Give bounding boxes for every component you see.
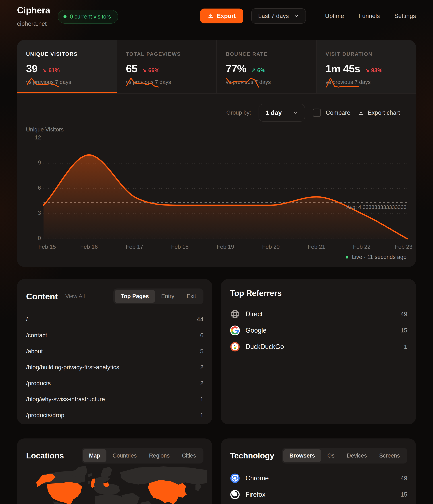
stat-value: 39 bbox=[26, 63, 37, 75]
header-nav: Uptime Funnels Settings bbox=[325, 13, 416, 19]
header-actions: Export Last 7 days Uptime Funnels Settin… bbox=[200, 8, 416, 24]
page-row[interactable]: /blog/why-swiss-infrastructure1 bbox=[26, 391, 203, 407]
export-label: Export bbox=[217, 13, 236, 19]
stat-label: UNIQUE VISITORS bbox=[26, 51, 109, 57]
current-visitors-badge[interactable]: 0 current visitors bbox=[58, 10, 118, 24]
overview-panel: UNIQUE VISITORS 39 ↘ 61% vs previous 7 d… bbox=[17, 40, 416, 267]
live-dot-icon bbox=[346, 256, 348, 259]
technology-title: Technology bbox=[230, 451, 274, 460]
content-title: Content bbox=[26, 291, 58, 301]
chrome-icon bbox=[230, 473, 240, 483]
header: Ciphera ciphera.net 0 current visitors E… bbox=[17, 5, 416, 32]
locations-panel: Locations Map Countries Regions Cities bbox=[17, 439, 212, 504]
tab-top-pages[interactable]: Top Pages bbox=[115, 290, 155, 303]
live-status: Live · 11 seconds ago bbox=[346, 254, 407, 260]
page-row[interactable]: /blog/building-privacy-first-analytics2 bbox=[26, 359, 203, 375]
locations-title: Locations bbox=[26, 451, 64, 460]
header-divider bbox=[314, 10, 314, 21]
visitors-area-chart[interactable] bbox=[17, 118, 416, 260]
view-all-link[interactable]: View All bbox=[65, 293, 85, 300]
compare-toggle[interactable]: Compare bbox=[313, 108, 350, 117]
tab-exit[interactable]: Exit bbox=[180, 290, 202, 303]
stat-card-visit-duration[interactable]: VISIT DURATION 1m 45s ↘ 93% vs previous … bbox=[317, 40, 416, 93]
page-row[interactable]: /contact6 bbox=[26, 327, 203, 343]
trend-arrow-icon: ↘ bbox=[42, 67, 47, 73]
controls-divider bbox=[408, 106, 408, 119]
tab-countries[interactable]: Countries bbox=[106, 449, 143, 462]
stat-card-unique-visitors[interactable]: UNIQUE VISITORS 39 ↘ 61% vs previous 7 d… bbox=[17, 40, 117, 93]
map-iceland bbox=[87, 473, 92, 477]
referrer-row[interactable]: Google 15 bbox=[230, 322, 407, 339]
duckduckgo-icon bbox=[230, 342, 240, 352]
top-pages-list: /44 /contact6 /about5 /blog/building-pri… bbox=[17, 304, 212, 423]
referrers-title: Top Referrers bbox=[230, 288, 282, 298]
live-visitors-dot-icon bbox=[63, 15, 67, 18]
current-visitors-label: 0 current visitors bbox=[70, 13, 111, 20]
nav-uptime[interactable]: Uptime bbox=[325, 13, 344, 19]
tab-browsers[interactable]: Browsers bbox=[283, 449, 321, 462]
x-tick: Feb 17 bbox=[126, 244, 143, 250]
world-map[interactable] bbox=[22, 466, 207, 504]
stats-row: UNIQUE VISITORS 39 ↘ 61% vs previous 7 d… bbox=[17, 40, 416, 94]
referrer-row[interactable]: Direct 49 bbox=[230, 306, 407, 322]
export-button[interactable]: Export bbox=[200, 9, 243, 23]
nav-settings[interactable]: Settings bbox=[394, 13, 416, 19]
x-tick: Feb 15 bbox=[38, 244, 56, 250]
browser-row-partial[interactable] bbox=[230, 503, 407, 504]
map-africa bbox=[95, 494, 125, 504]
compare-checkbox[interactable] bbox=[313, 108, 321, 117]
tab-map[interactable]: Map bbox=[83, 449, 106, 462]
page-row[interactable]: /products2 bbox=[26, 375, 203, 391]
page-row[interactable]: /44 bbox=[26, 311, 203, 327]
stat-value: 1m 45s bbox=[326, 63, 360, 75]
group-by-value: 1 day bbox=[265, 109, 282, 116]
map-ireland bbox=[88, 481, 90, 484]
page-row[interactable]: /products/drop1 bbox=[26, 407, 203, 423]
page-row[interactable]: /about5 bbox=[26, 343, 203, 359]
browsers-list: Chrome 49 Firefox 15 bbox=[221, 464, 416, 504]
sparkline-chart bbox=[26, 76, 60, 88]
browser-row[interactable]: Chrome 49 bbox=[230, 470, 407, 486]
stat-delta: ↘ 61% bbox=[42, 67, 60, 74]
tab-entry[interactable]: Entry bbox=[155, 290, 180, 303]
google-icon bbox=[230, 325, 240, 335]
trend-arrow-icon: ↗ bbox=[251, 67, 256, 73]
stat-delta: ↘ 93% bbox=[365, 67, 382, 74]
x-tick: Feb 19 bbox=[217, 244, 234, 250]
date-range-dropdown[interactable]: Last 7 days bbox=[251, 8, 306, 24]
tab-screens[interactable]: Screens bbox=[373, 449, 406, 462]
sparkline-chart bbox=[126, 76, 160, 88]
tab-os[interactable]: Os bbox=[321, 449, 341, 462]
chevron-down-icon bbox=[294, 13, 299, 19]
analytics-dashboard: Ciphera ciphera.net 0 current visitors E… bbox=[0, 0, 433, 504]
nav-funnels[interactable]: Funnels bbox=[358, 13, 380, 19]
x-tick: Feb 22 bbox=[353, 244, 371, 250]
group-by-label: Group by: bbox=[226, 109, 251, 116]
x-tick: Feb 23 bbox=[395, 244, 413, 250]
browser-row[interactable]: Firefox 15 bbox=[230, 486, 407, 503]
download-icon bbox=[208, 13, 214, 19]
trend-arrow-icon: ↘ bbox=[142, 67, 147, 73]
compare-label: Compare bbox=[326, 109, 350, 116]
referrers-panel: Top Referrers Direct 49 Google 15 DuckDu… bbox=[221, 279, 416, 424]
stat-label: TOTAL PAGEVIEWS bbox=[126, 51, 209, 57]
tab-devices[interactable]: Devices bbox=[341, 449, 373, 462]
sparkline-chart bbox=[226, 76, 260, 88]
map-middle-east bbox=[121, 493, 140, 504]
stat-delta: ↗ 6% bbox=[251, 67, 265, 74]
export-chart-button[interactable]: Export chart bbox=[358, 109, 400, 116]
stat-card-total-pageviews[interactable]: TOTAL PAGEVIEWS 65 ↘ 66% vs previous 7 d… bbox=[117, 40, 217, 93]
referrers-list: Direct 49 Google 15 DuckDuckGo 1 bbox=[221, 298, 416, 355]
date-range-value: Last 7 days bbox=[258, 13, 289, 19]
stat-card-bounce-rate[interactable]: BOUNCE RATE 77% ↗ 6% vs previous 7 days bbox=[217, 40, 317, 93]
referrer-row[interactable]: DuckDuckGo 1 bbox=[230, 339, 407, 355]
chart-area-fill bbox=[43, 155, 407, 239]
x-tick: Feb 20 bbox=[262, 244, 280, 250]
globe-icon bbox=[230, 309, 240, 319]
tab-regions[interactable]: Regions bbox=[143, 449, 176, 462]
firefox-icon bbox=[230, 489, 240, 500]
map-india bbox=[140, 501, 153, 504]
map-scandinavia bbox=[100, 467, 112, 478]
content-panel: Content View All Top Pages Entry Exit /4… bbox=[17, 279, 212, 424]
tab-cities[interactable]: Cities bbox=[176, 449, 202, 462]
